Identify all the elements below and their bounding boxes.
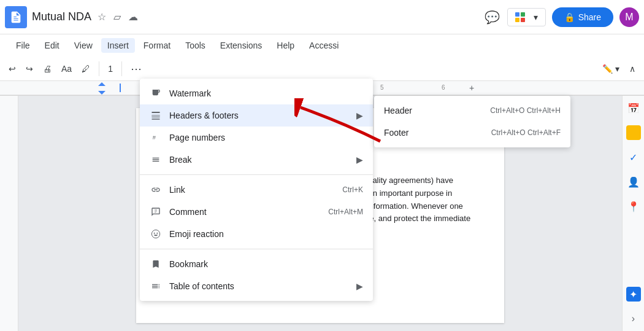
svg-text:#: # — [153, 134, 156, 141]
svg-marker-3 — [98, 82, 105, 86]
svg-text:6: 6 — [442, 84, 445, 91]
spell-check-button[interactable]: Aa — [58, 61, 75, 76]
insert-menu-comment[interactable]: Comment Ctrl+Alt+M — [140, 201, 373, 223]
submenu-footer[interactable]: Footer Ctrl+Alt+O Ctrl+Alt+F — [374, 122, 570, 144]
insert-menu-toc[interactable]: Table of contents ▶ — [140, 275, 373, 297]
bookmark-label: Bookmark — [169, 259, 363, 269]
toolbar: ↩ ↪ 🖨 Aa 🖊 1 ⋯ ✏️ ▾ ∧ — [0, 56, 644, 81]
svg-text:5: 5 — [380, 84, 384, 91]
share-label: Share — [578, 12, 601, 22]
left-panel — [0, 96, 18, 331]
svg-rect-7 — [151, 112, 159, 113]
menu-tools[interactable]: Tools — [179, 38, 212, 53]
avatar-letter: M — [625, 12, 633, 23]
menu-edit[interactable]: Edit — [39, 38, 66, 53]
footer-label: Footer — [384, 128, 491, 138]
paint-format-button[interactable]: 🖊 — [78, 61, 94, 76]
sidebar-assistant-icon[interactable]: ✦ — [626, 287, 641, 302]
doc-title-area: Mutual NDA ☆ ▱ ☁ — [32, 10, 478, 24]
meet-sq-4 — [521, 18, 525, 22]
watermark-icon — [150, 87, 162, 99]
menu-separator-1 — [140, 174, 373, 175]
editing-mode-button[interactable]: ✏️ ▾ — [599, 61, 623, 76]
submenu-header[interactable]: Header Ctrl+Alt+O Ctrl+Alt+H — [374, 99, 570, 122]
break-arrow: ▶ — [356, 155, 363, 165]
comment-icon — [150, 206, 162, 218]
comments-button[interactable]: 💬 — [483, 9, 501, 26]
share-button[interactable]: 🔒 Share — [552, 7, 613, 27]
headers-submenu: Header Ctrl+Alt+O Ctrl+Alt+H Footer Ctrl… — [374, 96, 570, 147]
meet-dropdown-arrow: ▾ — [534, 12, 538, 22]
toc-label: Table of contents — [169, 281, 351, 291]
svg-point-13 — [156, 233, 158, 234]
menu-insert[interactable]: Insert — [101, 38, 135, 53]
svg-point-12 — [154, 233, 155, 234]
page-numbers-icon: # — [150, 131, 162, 144]
comment-shortcut: Ctrl+Alt+M — [328, 208, 363, 216]
emoji-icon — [150, 228, 162, 240]
lock-icon: 🔒 — [564, 12, 575, 22]
header-shortcut: Ctrl+Alt+O Ctrl+Alt+H — [490, 106, 561, 115]
cloud-save-button[interactable]: ☁ — [127, 10, 139, 24]
page-numbers-label: Page numbers — [169, 133, 363, 142]
footer-shortcut: Ctrl+Alt+O Ctrl+Alt+F — [491, 128, 561, 137]
more-toolbar-button[interactable]: ⋯ — [127, 60, 145, 78]
doc-title: Mutual NDA — [32, 10, 91, 23]
menu-help[interactable]: Help — [270, 38, 301, 53]
star-button[interactable]: ☆ — [96, 10, 107, 24]
break-icon — [150, 154, 162, 166]
redo-button[interactable]: ↪ — [22, 61, 37, 76]
watermark-label: Watermark — [169, 88, 363, 98]
insert-menu-dropdown: Watermark Headers & footers ▶ # Page num… — [140, 79, 373, 301]
meet-sq-1 — [515, 12, 519, 17]
undo-button[interactable]: ↩ — [5, 61, 20, 76]
sidebar-contacts-icon[interactable]: 👤 — [626, 174, 641, 189]
meet-button[interactable]: ▾ — [507, 8, 546, 26]
menu-view[interactable]: View — [68, 38, 99, 53]
menu-accessibility[interactable]: Accessi — [303, 38, 345, 53]
right-sidebar: 📅 ✓ 👤 📍 ✦ › — [622, 96, 644, 331]
menu-file[interactable]: File — [10, 38, 36, 53]
top-right-area: 💬 ▾ 🔒 Share M — [483, 7, 639, 27]
toolbar-divider-2 — [121, 61, 122, 76]
svg-rect-5 — [120, 84, 121, 92]
avatar[interactable]: M — [619, 7, 639, 27]
toolbar-divider-1 — [99, 61, 99, 76]
sidebar-notes-icon[interactable] — [626, 125, 641, 140]
insert-menu-page-numbers[interactable]: # Page numbers — [140, 127, 373, 149]
app-icon — [5, 6, 27, 28]
collapse-toolbar-button[interactable]: ∧ — [626, 61, 639, 76]
insert-menu-break[interactable]: Break ▶ — [140, 149, 373, 171]
svg-rect-8 — [151, 115, 159, 118]
insert-menu-link[interactable]: Link Ctrl+K — [140, 179, 373, 201]
headers-footers-icon — [150, 109, 162, 122]
toc-icon — [150, 280, 162, 292]
link-label: Link — [169, 185, 342, 195]
sidebar-expand-icon[interactable]: › — [626, 311, 641, 326]
sidebar-calendar-icon[interactable]: 📅 — [626, 101, 641, 115]
toc-arrow: ▶ — [356, 281, 363, 291]
headers-footers-arrow: ▶ — [356, 111, 363, 120]
meet-sq-3 — [515, 18, 519, 22]
menu-bar: File Edit View Insert Format Tools Exten… — [0, 34, 644, 56]
svg-rect-9 — [151, 119, 159, 119]
insert-menu-headers-footers[interactable]: Headers & footers ▶ — [140, 104, 373, 127]
svg-point-11 — [151, 230, 159, 238]
svg-text:+: + — [469, 83, 474, 93]
insert-menu-emoji[interactable]: Emoji reaction — [140, 223, 373, 245]
meet-sq-2 — [521, 12, 525, 17]
insert-menu-watermark[interactable]: Watermark — [140, 82, 373, 104]
sidebar-maps-icon[interactable]: 📍 — [626, 199, 641, 214]
header-label: Header — [384, 106, 490, 115]
print-button[interactable]: 🖨 — [39, 61, 55, 76]
emoji-label: Emoji reaction — [169, 229, 363, 239]
move-to-drive-button[interactable]: ▱ — [112, 10, 122, 24]
meet-squares — [515, 12, 525, 22]
insert-menu-bookmark[interactable]: Bookmark — [140, 253, 373, 275]
headers-footers-label: Headers & footers — [169, 111, 351, 120]
meet-icon — [515, 12, 530, 22]
sidebar-tasks-icon[interactable]: ✓ — [626, 150, 641, 165]
menu-format[interactable]: Format — [137, 38, 177, 53]
menu-extensions[interactable]: Extensions — [214, 38, 268, 53]
link-shortcut: Ctrl+K — [342, 185, 363, 194]
